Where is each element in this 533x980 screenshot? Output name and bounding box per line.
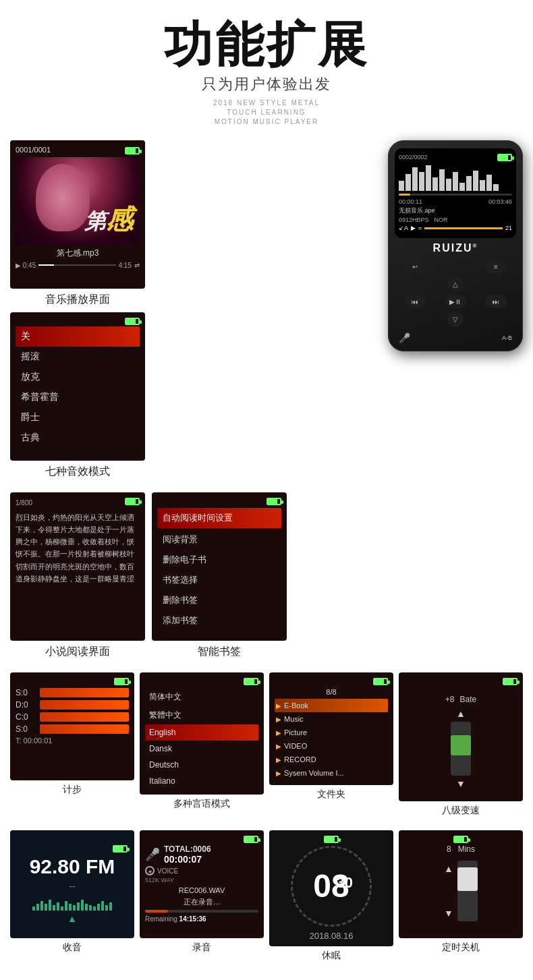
timer-up-arrow[interactable]: ▲ (444, 863, 453, 874)
device-screen: 0002/0002 (395, 148, 516, 238)
rec-filename: REC006.WAV (145, 886, 258, 894)
eq-item-2[interactable]: 放克 (16, 367, 140, 387)
mic-icon: 🎤 (399, 333, 410, 343)
page-header: 功能扩展 只为用户体验出发 2018 NEW STYLE METAL TOUCH… (0, 0, 533, 134)
file-picture[interactable]: ▶ Picture (275, 726, 388, 739)
files-battery (373, 678, 388, 685)
device-nav: ↩ ≡ △ ⏮ ▶⏸ ⏭ ▽ (395, 260, 516, 327)
device-controls: ↙A ▶ = 21 (399, 225, 512, 231)
bookmark-item-5[interactable]: 添加书签 (157, 610, 281, 631)
file-sysvolume[interactable]: ▶ Sysem Volume I... (275, 766, 388, 780)
lang-label: 多种言语模式 (140, 798, 264, 810)
lang-italiano[interactable]: Italiano (145, 773, 258, 789)
novel-screen: 1/800 烈日如炎，灼热的阳光从天空上倾洒下来，令得整片大地都是处于一片蒸腾之… (10, 492, 145, 641)
eq-item-3[interactable]: 希普霍普 (16, 387, 140, 407)
track-number: 0001/0001 (16, 146, 51, 154)
novel-battery (125, 498, 140, 505)
files-item: 8/8 ▶ E-Book ▶ Music ▶ Picture ▶ VIDEO ▶… (269, 672, 393, 817)
timer-arrows: ▲ ▼ (444, 863, 453, 919)
bookmark-item-3[interactable]: 书签选择 (157, 570, 281, 590)
rec-total: TOTAL:0006 (164, 844, 211, 854)
volume-bar (424, 227, 503, 229)
file-video[interactable]: ▶ VIDEO (275, 739, 388, 753)
voice-circle: ◉ (145, 866, 155, 875)
next-btn[interactable]: ⏭ (485, 295, 507, 308)
folder-icon-3: ▶ (276, 729, 281, 737)
device-times: 00:00:11 00:03:46 (399, 198, 512, 205)
novel-wrapper: 1/800 烈日如炎，灼热的阳光从天空上倾洒下来，令得整片大地都是处于一片蒸腾之… (10, 492, 145, 659)
up-btn[interactable]: △ (447, 276, 464, 292)
prev-btn[interactable]: ⏮ (404, 295, 426, 308)
shuffle-icon: ⇌ (134, 262, 140, 269)
menu-btn[interactable]: ≡ (485, 260, 507, 273)
eq-screen-label: 七种音效模式 (10, 465, 145, 479)
play-icon: ▶ (411, 225, 416, 231)
timer-slider: ▲ ▼ (444, 861, 478, 921)
speed-thumb (451, 735, 471, 755)
eq-item-1[interactable]: 摇滚 (16, 347, 140, 367)
mid-spacer (293, 492, 523, 659)
sleep-screen: 08 30 2018.08.16 (269, 830, 393, 946)
bookmark-item-2[interactable]: 删除电子书 (157, 550, 281, 570)
rec-time: 00:00:07 (164, 854, 211, 865)
time-total: 4:15 (119, 262, 132, 269)
timer-thumb (457, 867, 478, 891)
mic-rec-icon: 🎤 (145, 847, 160, 862)
lang-zh-hans[interactable]: 简体中文 (145, 688, 258, 706)
pedometer-item: S:0 D:0 C:0 S:0 T: 00:00:01 计步 (10, 672, 134, 817)
bookmark-item-1[interactable]: 阅读背景 (157, 529, 281, 550)
file-record[interactable]: ▶ RECORD (275, 753, 388, 766)
bookmark-item-4[interactable]: 删除书签 (157, 590, 281, 610)
lang-dansk[interactable]: Dansk (145, 741, 258, 757)
eq-visualizer (399, 164, 512, 191)
bookmark-screen: 自动阅读时间设置 阅读背景 删除电子书 书签选择 删除书签 添加书签 (152, 492, 287, 641)
folder-icon-4: ▶ (276, 743, 281, 750)
lang-deutsch[interactable]: Deutsch (145, 757, 258, 773)
bookmark-item-0[interactable]: 自动阅读时间设置 (157, 508, 281, 528)
eq-item-0[interactable]: 关 (16, 326, 140, 347)
sleep-battery (324, 836, 339, 843)
fm-signal-bars (17, 897, 128, 911)
top-section: 0001/0001 第感 第七感.mp3 ▶ 0:45 4:15 ⇌ 音乐 (0, 134, 533, 486)
lang-battery (244, 678, 258, 685)
sleep-clock: 08 (291, 846, 372, 927)
music-screen-label: 音乐播放界面 (10, 293, 145, 307)
speed-track (451, 722, 471, 776)
speed-down-arrow[interactable]: ▼ (456, 778, 466, 789)
rec-status: 正在录音… (145, 897, 258, 907)
down-btn[interactable]: ▽ (447, 311, 464, 327)
eq-item-4[interactable]: 爵士 (16, 407, 140, 428)
pedo-topbar (16, 678, 129, 685)
play-pause-btn[interactable]: ▶⏸ (445, 295, 466, 308)
eq-item-5[interactable]: 古典 (16, 428, 140, 448)
files-topbar (275, 678, 388, 685)
language-screen: 简体中文 繁體中文 English Dansk Deutsch Italiano (140, 672, 264, 795)
mid-section: 1/800 烈日如炎，灼热的阳光从天空上倾洒下来，令得整片大地都是处于一片蒸腾之… (0, 486, 533, 666)
timer-value: 8 (447, 844, 451, 854)
speed-slider: ▲ ▼ (451, 708, 471, 789)
grid4-bottom: 92.80 FM -- (0, 824, 533, 969)
novel-label: 小说阅读界面 (10, 645, 145, 659)
timer-down-arrow[interactable]: ▼ (444, 908, 453, 919)
novel-page: 1/800 (16, 498, 32, 509)
eq-topbar (16, 318, 140, 325)
speed-up-arrow[interactable]: ▲ (456, 708, 466, 719)
music-screen: 0001/0001 第感 第七感.mp3 ▶ 0:45 4:15 ⇌ (10, 140, 145, 289)
pedo-label: 计步 (10, 784, 134, 796)
file-ebook[interactable]: ▶ E-Book (275, 699, 388, 712)
file-music[interactable]: ▶ Music (275, 712, 388, 726)
pedo-s1: S:0 (16, 688, 129, 697)
back-btn[interactable]: ↩ (404, 260, 426, 273)
device-filename: 无损音乐.ape (399, 206, 512, 215)
device-progress-bar (399, 194, 512, 196)
eq-icon: = (418, 225, 422, 231)
timer-track (457, 861, 478, 921)
rec-progress-bar (145, 910, 258, 913)
lang-zh-hant[interactable]: 繁體中文 (145, 706, 258, 724)
lang-topbar (145, 678, 258, 685)
battery-icon (125, 146, 140, 154)
lang-english[interactable]: English (145, 724, 258, 741)
sleep-min: 30 (337, 874, 353, 892)
language-item: 简体中文 繁體中文 English Dansk Deutsch Italiano… (140, 672, 264, 817)
timer-screen: 8 Mins ▲ ▼ (399, 830, 523, 938)
